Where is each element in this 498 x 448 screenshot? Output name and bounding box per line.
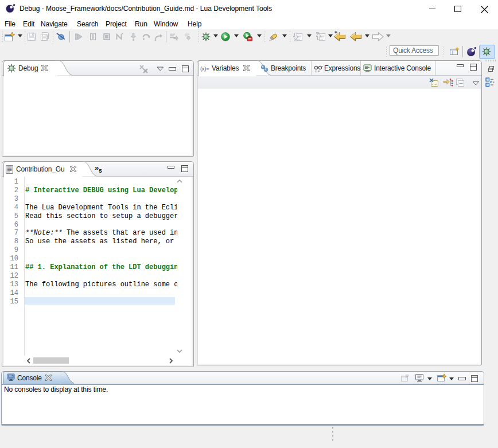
svg-text:x =: x = bbox=[315, 69, 320, 73]
